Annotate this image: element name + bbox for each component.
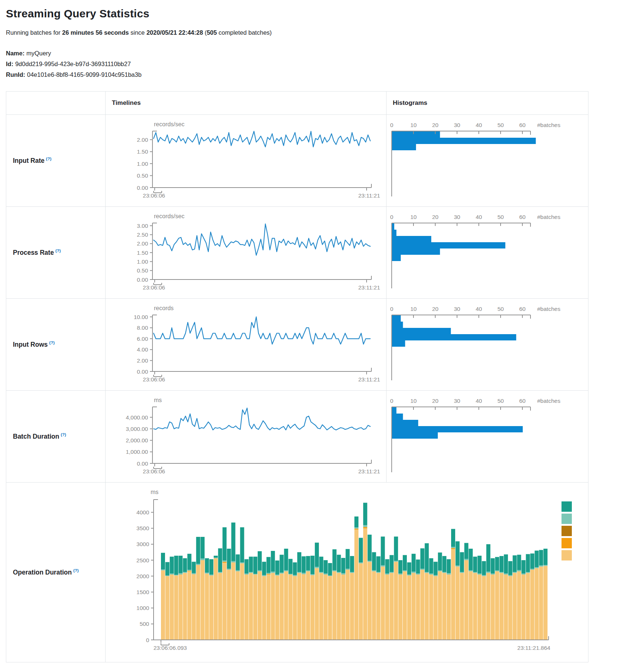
- stacked-bar-segment: [420, 570, 425, 640]
- stacked-bar-segment: [337, 555, 341, 572]
- metric-label-cell: Process Rate(?): [6, 207, 106, 298]
- operation-duration-stacked-chart: ms0500100015002000250030003500400023:06:…: [106, 483, 588, 662]
- stacked-bar-segment: [249, 573, 253, 640]
- stacked-bar-segment: [530, 553, 534, 569]
- stacked-bar-segment: [451, 548, 455, 549]
- metric-label: Input Rows(?): [13, 340, 55, 349]
- stacked-bar-segment: [363, 527, 367, 528]
- query-id-row: Id:9d0dd219-995d-423e-b97d-36931110bb27: [6, 59, 619, 69]
- completed-batches-count: 505: [207, 29, 217, 36]
- id-value: 9d0dd219-995d-423e-b97d-36931110bb27: [15, 61, 131, 67]
- x-axis-start-label: 23:06:06.093: [154, 645, 187, 651]
- stacked-bar-segment: [192, 562, 196, 573]
- stacked-bar-segment: [346, 549, 350, 569]
- stacked-bar-segment: [271, 572, 275, 573]
- stacked-bar-segment: [403, 571, 407, 640]
- x-axis-start-label: 23:06:06: [143, 376, 165, 383]
- x-axis-start-label: 23:06:06: [143, 192, 165, 199]
- x-axis-line: [152, 460, 371, 469]
- stacked-bar-segment: [473, 572, 477, 573]
- histogram-axis-tick-label: 50: [497, 398, 504, 404]
- histogram-axis-tick-label: 20: [432, 306, 439, 312]
- stacked-bar-segment: [504, 573, 508, 575]
- metric-label: Input Rate(?): [13, 157, 51, 165]
- legend-swatch: [562, 514, 572, 524]
- stacked-bar-segment: [297, 572, 301, 573]
- histogram-bar: [392, 340, 405, 347]
- stacked-bar-segment: [495, 571, 499, 640]
- stacked-bar-segment: [543, 565, 547, 566]
- stacked-bar-segment: [240, 563, 244, 640]
- x-axis-end-label: 23:11:21: [358, 376, 380, 383]
- stacked-bar-segment: [231, 561, 236, 563]
- stacked-bar-segment: [535, 551, 539, 567]
- stacked-bar-segment: [337, 573, 341, 640]
- stacked-bar-segment: [412, 573, 416, 640]
- histogram-bar: [392, 414, 403, 420]
- x-axis-end-label: 23:11:21.864: [517, 645, 550, 651]
- histogram-bar: [392, 420, 418, 426]
- stacked-bar-segment: [179, 573, 183, 575]
- histogram-axis-tick-label: 60: [519, 122, 526, 128]
- stacked-bar-segment: [214, 558, 218, 558]
- stacked-bar-segment: [310, 575, 315, 640]
- help-icon[interactable]: (?): [49, 340, 55, 345]
- histogram-bar: [392, 138, 536, 144]
- histogram-cell: 0102030405060#batches: [387, 115, 588, 206]
- stacked-bar-segment: [429, 558, 433, 574]
- stacked-bar-segment: [183, 573, 187, 640]
- stacked-bar-segment: [267, 575, 271, 640]
- stacked-bar-segment: [416, 559, 420, 573]
- stacked-bar-segment: [394, 562, 398, 640]
- stacked-bar-segment: [372, 552, 376, 570]
- stacked-bar-segment: [456, 566, 460, 640]
- y-axis-line: [152, 407, 157, 463]
- streaming-query-statistics-page: Streaming Query Statistics Running batch…: [0, 0, 625, 672]
- metric-label-cell: Input Rows(?): [6, 299, 106, 390]
- stacked-bar-segment: [315, 543, 319, 567]
- stacked-bar-segment: [359, 562, 363, 563]
- stacked-bar-segment: [183, 558, 187, 572]
- help-icon[interactable]: (?): [61, 432, 66, 437]
- stacked-bar-segment: [442, 573, 446, 640]
- stacked-bar-segment: [236, 571, 240, 640]
- metric-label: Batch Duration(?): [13, 432, 66, 440]
- y-axis-tick-label: 0.50: [137, 267, 148, 274]
- stacked-bar-segment: [416, 575, 420, 640]
- y-axis-tick-label: 1.50: [137, 148, 148, 155]
- stacked-bar-segment: [200, 559, 205, 560]
- stacked-bar-segment: [381, 566, 385, 640]
- histogram-axis-tick-label: 0: [390, 398, 394, 404]
- stacked-bar-segment: [188, 571, 192, 640]
- stacked-bar-segment: [209, 559, 213, 575]
- stacked-bar-segment: [319, 557, 323, 572]
- y-axis-line: [152, 223, 157, 280]
- stacked-bar-segment: [179, 556, 183, 573]
- help-icon[interactable]: (?): [73, 568, 79, 573]
- y-axis-tick-label: 4,000.00: [126, 414, 148, 421]
- histogram-bar: [392, 255, 401, 261]
- y-axis-tick-label: 3500: [137, 525, 150, 531]
- histogram-axis-tick-label: 10: [410, 214, 417, 220]
- stacked-bar-segment: [174, 576, 178, 640]
- stacked-bar-segment: [205, 558, 209, 573]
- stacked-bar-segment: [403, 555, 407, 570]
- stacked-bar-segment: [293, 576, 297, 640]
- histogram-bar: [392, 315, 401, 322]
- histogram-top-axis-line: [392, 315, 530, 319]
- stacked-bar-segment: [192, 573, 196, 575]
- timeline-cell: records/sec2.001.501.000.500.0023:06:062…: [106, 115, 387, 206]
- y-axis-tick-label: 4000: [137, 509, 150, 515]
- y-axis-tick-label: 2000: [137, 573, 150, 579]
- stacked-bar-segment: [354, 527, 358, 529]
- stacked-bar-segment: [389, 573, 394, 640]
- help-icon[interactable]: (?): [46, 157, 52, 161]
- stacked-bar-segment: [486, 572, 490, 573]
- stacked-bar-segment: [280, 555, 284, 572]
- y-axis-line: [152, 131, 157, 188]
- stacked-bar-segment: [341, 573, 345, 575]
- help-icon[interactable]: (?): [55, 248, 61, 253]
- histogram-bar: [392, 144, 416, 150]
- header-spacer-cell: [6, 92, 106, 114]
- histogram-axis-tick-label: 60: [519, 306, 526, 312]
